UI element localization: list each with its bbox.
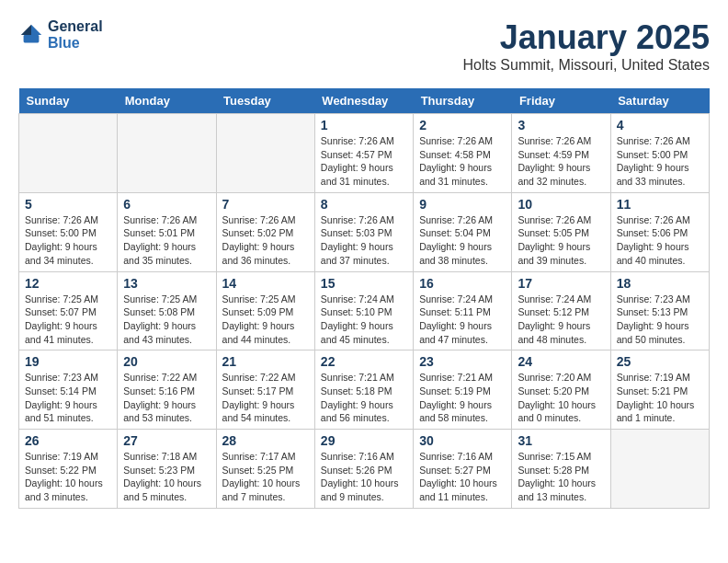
- day-number: 31: [518, 433, 604, 448]
- calendar-cell: 11Sunrise: 7:26 AMSunset: 5:06 PMDayligh…: [610, 192, 709, 271]
- day-number: 10: [518, 197, 604, 212]
- title-area: January 2025 Holts Summit, Missouri, Uni…: [462, 18, 710, 74]
- day-info: Sunrise: 7:20 AMSunset: 5:20 PMDaylight:…: [518, 371, 604, 425]
- day-number: 20: [123, 354, 210, 369]
- calendar-week-4: 19Sunrise: 7:23 AMSunset: 5:14 PMDayligh…: [19, 350, 710, 430]
- calendar-cell: 7Sunrise: 7:26 AMSunset: 5:02 PMDaylight…: [216, 192, 314, 271]
- day-info: Sunrise: 7:24 AMSunset: 5:10 PMDaylight:…: [321, 293, 407, 347]
- col-sunday: Sunday: [19, 88, 118, 114]
- day-info: Sunrise: 7:26 AMSunset: 4:59 PMDaylight:…: [518, 134, 604, 189]
- day-info: Sunrise: 7:26 AMSunset: 5:01 PMDaylight:…: [123, 213, 210, 268]
- day-number: 7: [222, 197, 309, 212]
- day-number: 28: [222, 433, 309, 448]
- page-header: General Blue January 2025 Holts Summit, …: [18, 18, 710, 74]
- svg-marker-1: [21, 25, 31, 35]
- day-number: 12: [25, 276, 111, 291]
- day-number: 19: [25, 354, 111, 369]
- calendar-table: Sunday Monday Tuesday Wednesday Thursday…: [18, 88, 710, 509]
- calendar-cell: 4Sunrise: 7:26 AMSunset: 5:00 PMDaylight…: [610, 114, 709, 193]
- day-number: 15: [321, 276, 407, 291]
- day-info: Sunrise: 7:19 AMSunset: 5:21 PMDaylight:…: [617, 371, 703, 425]
- calendar-cell: 8Sunrise: 7:26 AMSunset: 5:03 PMDaylight…: [314, 192, 413, 271]
- col-wednesday: Wednesday: [314, 88, 413, 114]
- day-info: Sunrise: 7:19 AMSunset: 5:22 PMDaylight:…: [25, 450, 111, 504]
- day-number: 25: [617, 354, 703, 369]
- logo-icon: [18, 22, 44, 48]
- calendar-cell: 22Sunrise: 7:21 AMSunset: 5:18 PMDayligh…: [314, 350, 413, 430]
- day-number: 5: [25, 197, 111, 212]
- svg-marker-0: [31, 25, 41, 35]
- logo-text: General Blue: [48, 18, 103, 52]
- day-number: 16: [419, 276, 506, 291]
- calendar-cell: 10Sunrise: 7:26 AMSunset: 5:05 PMDayligh…: [512, 192, 610, 271]
- day-info: Sunrise: 7:25 AMSunset: 5:09 PMDaylight:…: [222, 293, 309, 347]
- day-info: Sunrise: 7:23 AMSunset: 5:13 PMDaylight:…: [617, 293, 703, 347]
- day-number: 29: [321, 433, 407, 448]
- calendar-cell: 31Sunrise: 7:15 AMSunset: 5:28 PMDayligh…: [512, 430, 610, 509]
- day-info: Sunrise: 7:24 AMSunset: 5:11 PMDaylight:…: [419, 293, 506, 347]
- day-number: 30: [419, 433, 506, 448]
- day-number: 9: [419, 197, 506, 212]
- day-number: 17: [518, 276, 604, 291]
- calendar-cell: [19, 114, 118, 193]
- calendar-cell: [118, 114, 216, 193]
- calendar-week-3: 12Sunrise: 7:25 AMSunset: 5:07 PMDayligh…: [19, 271, 710, 350]
- day-number: 8: [321, 197, 407, 212]
- calendar-cell: 13Sunrise: 7:25 AMSunset: 5:08 PMDayligh…: [118, 271, 216, 350]
- day-info: Sunrise: 7:21 AMSunset: 5:18 PMDaylight:…: [321, 371, 407, 425]
- calendar-cell: 21Sunrise: 7:22 AMSunset: 5:17 PMDayligh…: [216, 350, 314, 430]
- col-saturday: Saturday: [610, 88, 709, 114]
- day-info: Sunrise: 7:21 AMSunset: 5:19 PMDaylight:…: [419, 371, 506, 425]
- calendar-cell: [216, 114, 314, 193]
- day-number: 27: [123, 433, 210, 448]
- calendar-subtitle: Holts Summit, Missouri, United States: [462, 57, 710, 74]
- calendar-cell: 20Sunrise: 7:22 AMSunset: 5:16 PMDayligh…: [118, 350, 216, 430]
- calendar-cell: 18Sunrise: 7:23 AMSunset: 5:13 PMDayligh…: [610, 271, 709, 350]
- day-number: 14: [222, 276, 309, 291]
- col-thursday: Thursday: [414, 88, 512, 114]
- calendar-cell: 27Sunrise: 7:18 AMSunset: 5:23 PMDayligh…: [118, 430, 216, 509]
- day-number: 6: [123, 197, 210, 212]
- day-number: 23: [419, 354, 506, 369]
- day-number: 24: [518, 354, 604, 369]
- day-info: Sunrise: 7:26 AMSunset: 5:05 PMDaylight:…: [518, 213, 604, 268]
- day-info: Sunrise: 7:26 AMSunset: 5:00 PMDaylight:…: [617, 134, 703, 189]
- calendar-cell: 26Sunrise: 7:19 AMSunset: 5:22 PMDayligh…: [19, 430, 118, 509]
- calendar-cell: 24Sunrise: 7:20 AMSunset: 5:20 PMDayligh…: [512, 350, 610, 430]
- day-info: Sunrise: 7:15 AMSunset: 5:28 PMDaylight:…: [518, 450, 604, 504]
- day-number: 21: [222, 354, 309, 369]
- calendar-cell: 9Sunrise: 7:26 AMSunset: 5:04 PMDaylight…: [414, 192, 512, 271]
- calendar-cell: 1Sunrise: 7:26 AMSunset: 4:57 PMDaylight…: [314, 114, 413, 193]
- calendar-cell: 19Sunrise: 7:23 AMSunset: 5:14 PMDayligh…: [19, 350, 118, 430]
- day-info: Sunrise: 7:25 AMSunset: 5:08 PMDaylight:…: [123, 293, 210, 347]
- day-info: Sunrise: 7:26 AMSunset: 4:58 PMDaylight:…: [419, 134, 506, 189]
- day-number: 11: [617, 197, 703, 212]
- day-number: 1: [321, 118, 407, 132]
- col-monday: Monday: [118, 88, 216, 114]
- calendar-title: January 2025: [462, 18, 710, 57]
- calendar-week-2: 5Sunrise: 7:26 AMSunset: 5:00 PMDaylight…: [19, 192, 710, 271]
- day-info: Sunrise: 7:16 AMSunset: 5:27 PMDaylight:…: [419, 450, 506, 504]
- day-number: 2: [419, 118, 506, 132]
- calendar-cell: 16Sunrise: 7:24 AMSunset: 5:11 PMDayligh…: [414, 271, 512, 350]
- calendar-cell: 29Sunrise: 7:16 AMSunset: 5:26 PMDayligh…: [314, 430, 413, 509]
- day-info: Sunrise: 7:22 AMSunset: 5:16 PMDaylight:…: [123, 371, 210, 425]
- day-number: 13: [123, 276, 210, 291]
- day-info: Sunrise: 7:26 AMSunset: 5:03 PMDaylight:…: [321, 213, 407, 268]
- calendar-cell: 12Sunrise: 7:25 AMSunset: 5:07 PMDayligh…: [19, 271, 118, 350]
- day-info: Sunrise: 7:23 AMSunset: 5:14 PMDaylight:…: [25, 371, 111, 425]
- col-friday: Friday: [512, 88, 610, 114]
- calendar-cell: 6Sunrise: 7:26 AMSunset: 5:01 PMDaylight…: [118, 192, 216, 271]
- col-tuesday: Tuesday: [216, 88, 314, 114]
- calendar-cell: 14Sunrise: 7:25 AMSunset: 5:09 PMDayligh…: [216, 271, 314, 350]
- calendar-cell: 28Sunrise: 7:17 AMSunset: 5:25 PMDayligh…: [216, 430, 314, 509]
- calendar-cell: 15Sunrise: 7:24 AMSunset: 5:10 PMDayligh…: [314, 271, 413, 350]
- day-info: Sunrise: 7:24 AMSunset: 5:12 PMDaylight:…: [518, 293, 604, 347]
- day-info: Sunrise: 7:26 AMSunset: 4:57 PMDaylight:…: [321, 134, 407, 189]
- day-number: 18: [617, 276, 703, 291]
- calendar-week-5: 26Sunrise: 7:19 AMSunset: 5:22 PMDayligh…: [19, 430, 710, 509]
- day-info: Sunrise: 7:26 AMSunset: 5:04 PMDaylight:…: [419, 213, 506, 268]
- day-number: 3: [518, 118, 604, 132]
- day-number: 4: [617, 118, 703, 132]
- day-info: Sunrise: 7:16 AMSunset: 5:26 PMDaylight:…: [321, 450, 407, 504]
